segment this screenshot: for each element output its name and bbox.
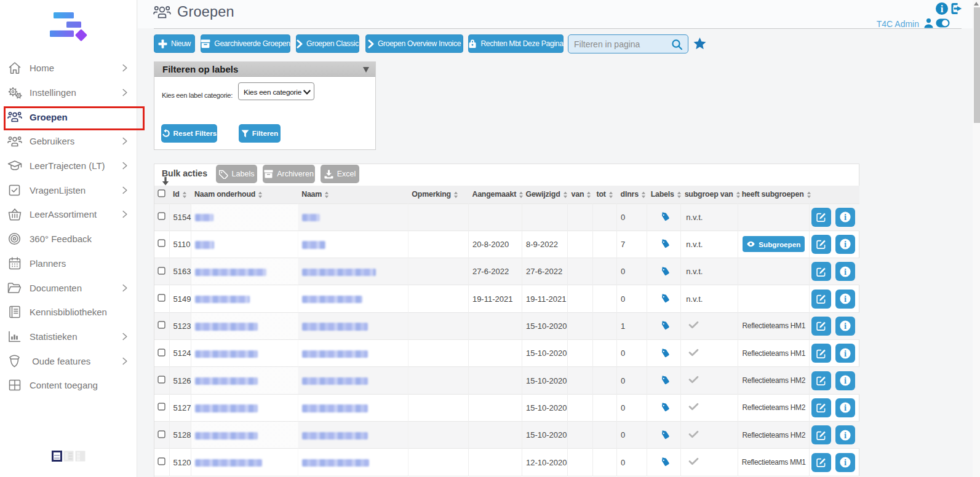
svg-text:i: i — [844, 294, 847, 304]
svg-text:i: i — [844, 430, 847, 440]
svg-text:i: i — [844, 239, 847, 249]
svg-text:i: i — [941, 3, 944, 15]
svg-text:i: i — [844, 457, 847, 467]
svg-text:i: i — [844, 212, 847, 222]
svg-text:i: i — [844, 267, 847, 277]
svg-text:i: i — [844, 403, 847, 412]
svg-text:i: i — [844, 349, 847, 358]
svg-text:i: i — [844, 376, 847, 385]
svg-text:i: i — [844, 321, 847, 331]
